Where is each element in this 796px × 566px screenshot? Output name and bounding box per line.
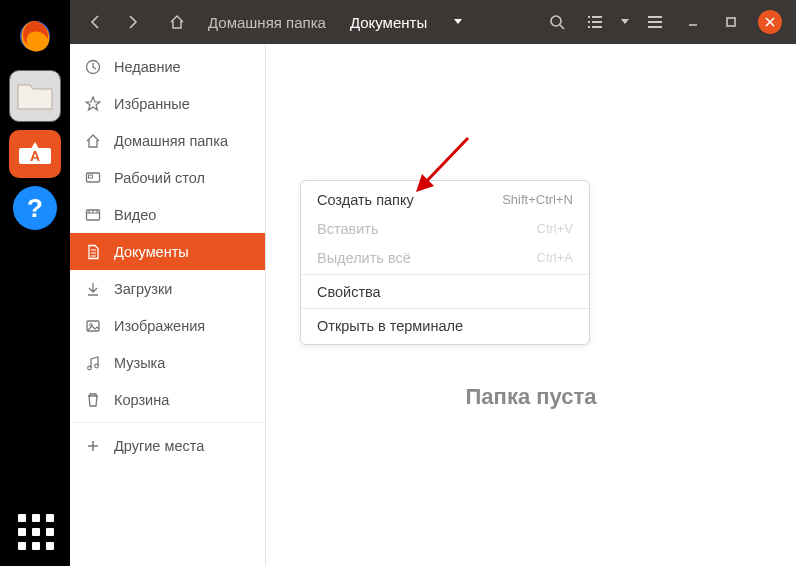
desktop-icon (84, 170, 102, 186)
sidebar-item-label: Рабочий стол (114, 170, 205, 186)
sidebar-item-documents[interactable]: Документы (70, 233, 265, 270)
sidebar-item-trash[interactable]: Корзина (70, 381, 265, 418)
context-menu-new-folder[interactable]: Создать папку Shift+Ctrl+N (301, 185, 589, 214)
sidebar-item-videos[interactable]: Видео (70, 196, 265, 233)
software-center-icon: A (17, 140, 53, 168)
svg-rect-4 (727, 18, 735, 26)
trash-icon (84, 392, 102, 408)
context-menu-item-label: Вставить (317, 221, 378, 237)
home-icon (84, 133, 102, 149)
chevron-left-icon (90, 15, 100, 29)
view-list-button[interactable] (578, 7, 612, 37)
sidebar-separator (70, 422, 265, 423)
window-minimize-button[interactable] (676, 7, 710, 37)
sidebar-item-label: Музыка (114, 355, 165, 371)
list-view-icon (587, 15, 603, 29)
sidebar-item-recent[interactable]: Недавние (70, 48, 265, 85)
svg-point-11 (88, 366, 92, 370)
context-menu-item-accel: Ctrl+V (537, 221, 573, 236)
dock-apps-grid[interactable] (18, 514, 54, 550)
nav-back-button[interactable] (78, 7, 112, 37)
hamburger-menu-button[interactable] (638, 7, 672, 37)
sidebar-item-home[interactable]: Домашняя папка (70, 122, 265, 159)
context-menu-item-accel: Ctrl+A (537, 250, 573, 265)
search-icon (549, 14, 565, 30)
dock-item-firefox[interactable] (9, 10, 61, 62)
svg-point-3 (551, 16, 561, 26)
maximize-icon (725, 16, 737, 28)
svg-rect-7 (89, 175, 93, 178)
sidebar-item-label: Избранные (114, 96, 190, 112)
firefox-icon (15, 16, 55, 56)
dock-item-files[interactable] (9, 70, 61, 122)
dock: A ? (0, 0, 70, 566)
breadcrumb-home-icon-button[interactable] (160, 7, 194, 37)
dock-item-help[interactable]: ? (13, 186, 57, 230)
minimize-icon (687, 16, 699, 28)
close-icon (765, 17, 775, 27)
sidebar-item-label: Корзина (114, 392, 169, 408)
triangle-down-icon (453, 18, 463, 26)
svg-text:A: A (30, 148, 40, 164)
hamburger-icon (647, 16, 663, 28)
context-menu-item-label: Открыть в терминале (317, 318, 463, 334)
breadcrumb-menu-button[interactable] (441, 7, 475, 37)
clock-icon (84, 59, 102, 75)
context-menu-item-label: Создать папку (317, 192, 414, 208)
context-menu-separator (301, 274, 589, 275)
chevron-right-icon (128, 15, 138, 29)
breadcrumb-current[interactable]: Документы (340, 14, 437, 31)
context-menu-item-accel: Shift+Ctrl+N (502, 192, 573, 207)
context-menu-open-terminal[interactable]: Открыть в терминале (301, 311, 589, 340)
sidebar-item-other-places[interactable]: Другие места (70, 427, 265, 464)
window-close-button[interactable] (758, 10, 782, 34)
star-icon (84, 96, 102, 112)
search-button[interactable] (540, 7, 574, 37)
sidebar-item-downloads[interactable]: Загрузки (70, 270, 265, 307)
document-icon (84, 244, 102, 260)
context-menu-paste: Вставить Ctrl+V (301, 214, 589, 243)
music-icon (84, 355, 102, 371)
titlebar: Домашняя папка Документы (70, 0, 796, 44)
context-menu: Создать папку Shift+Ctrl+N Вставить Ctrl… (300, 180, 590, 345)
sidebar-item-label: Изображения (114, 318, 205, 334)
sidebar-item-label: Домашняя папка (114, 133, 228, 149)
window-maximize-button[interactable] (714, 7, 748, 37)
home-icon (169, 14, 185, 30)
context-menu-separator (301, 308, 589, 309)
sidebar-item-music[interactable]: Музыка (70, 344, 265, 381)
sidebar-item-label: Другие места (114, 438, 204, 454)
context-menu-select-all: Выделить всё Ctrl+A (301, 243, 589, 272)
context-menu-item-label: Свойства (317, 284, 381, 300)
plus-icon (84, 439, 102, 453)
context-menu-item-label: Выделить всё (317, 250, 411, 266)
view-dropdown-button[interactable] (616, 7, 634, 37)
sidebar-item-label: Документы (114, 244, 189, 260)
sidebar-item-pictures[interactable]: Изображения (70, 307, 265, 344)
triangle-down-icon (620, 18, 630, 26)
dock-item-software[interactable]: A (9, 130, 61, 178)
nav-forward-button[interactable] (116, 7, 150, 37)
empty-folder-label: Папка пуста (466, 384, 597, 410)
video-icon (84, 207, 102, 223)
sidebar-item-label: Недавние (114, 59, 181, 75)
breadcrumb-home[interactable]: Домашняя папка (198, 14, 336, 31)
context-menu-properties[interactable]: Свойства (301, 277, 589, 306)
help-icon: ? (27, 193, 43, 224)
sidebar-item-desktop[interactable]: Рабочий стол (70, 159, 265, 196)
sidebar-item-label: Загрузки (114, 281, 172, 297)
folder-icon (16, 81, 54, 111)
sidebar: Недавние Избранные Домашняя папка Рабочи… (70, 44, 266, 566)
sidebar-item-starred[interactable]: Избранные (70, 85, 265, 122)
svg-point-12 (95, 364, 99, 368)
picture-icon (84, 318, 102, 334)
sidebar-item-label: Видео (114, 207, 156, 223)
download-icon (84, 281, 102, 297)
